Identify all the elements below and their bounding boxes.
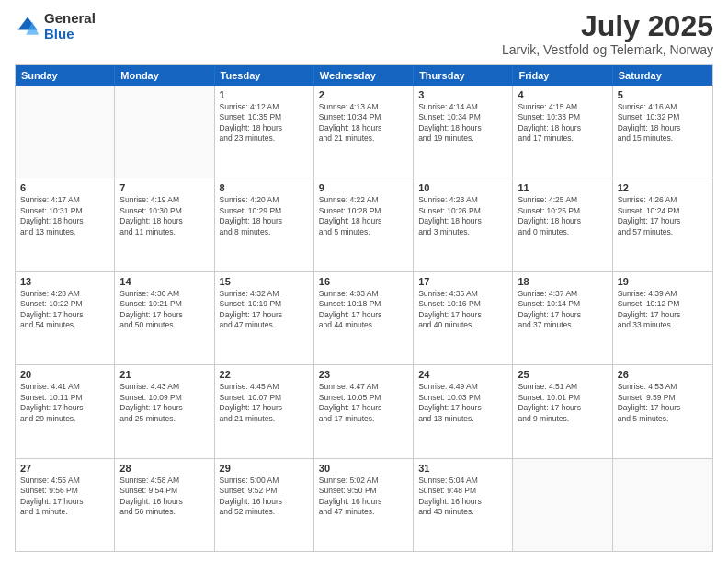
calendar-cell: 14Sunrise: 4:30 AM Sunset: 10:21 PM Dayl… — [115, 272, 214, 364]
day-number: 17 — [418, 276, 507, 287]
calendar: SundayMondayTuesdayWednesdayThursdayFrid… — [15, 64, 713, 552]
calendar-cell: 1Sunrise: 4:12 AM Sunset: 10:35 PM Dayli… — [215, 86, 314, 178]
day-number: 24 — [418, 369, 507, 380]
day-number: 8 — [220, 182, 309, 193]
calendar-cell: 5Sunrise: 4:16 AM Sunset: 10:32 PM Dayli… — [613, 86, 712, 178]
calendar-cell: 26Sunrise: 4:53 AM Sunset: 9:59 PM Dayli… — [613, 365, 712, 457]
day-info: Sunrise: 4:28 AM Sunset: 10:22 PM Daylig… — [20, 289, 109, 331]
calendar-cell: 29Sunrise: 5:00 AM Sunset: 9:52 PM Dayli… — [215, 459, 314, 551]
day-info: Sunrise: 4:30 AM Sunset: 10:21 PM Daylig… — [119, 289, 209, 331]
day-info: Sunrise: 4:16 AM Sunset: 10:32 PM Daylig… — [618, 102, 708, 144]
day-info: Sunrise: 4:32 AM Sunset: 10:19 PM Daylig… — [220, 289, 309, 331]
day-info: Sunrise: 5:02 AM Sunset: 9:50 PM Dayligh… — [319, 476, 408, 518]
calendar-cell: 13Sunrise: 4:28 AM Sunset: 10:22 PM Dayl… — [16, 272, 115, 364]
calendar-row-4: 27Sunrise: 4:55 AM Sunset: 9:56 PM Dayli… — [16, 458, 712, 551]
day-number: 11 — [518, 182, 607, 193]
day-number: 7 — [119, 182, 209, 193]
calendar-cell: 7Sunrise: 4:19 AM Sunset: 10:30 PM Dayli… — [115, 178, 214, 270]
day-number: 27 — [20, 463, 109, 474]
day-info: Sunrise: 4:51 AM Sunset: 10:01 PM Daylig… — [518, 382, 607, 424]
weekday-header-friday: Friday — [513, 65, 612, 86]
calendar-cell: 4Sunrise: 4:15 AM Sunset: 10:33 PM Dayli… — [513, 86, 612, 178]
calendar-row-2: 13Sunrise: 4:28 AM Sunset: 10:22 PM Dayl… — [16, 271, 712, 364]
day-info: Sunrise: 4:49 AM Sunset: 10:03 PM Daylig… — [418, 382, 507, 424]
day-number: 9 — [319, 182, 408, 193]
calendar-cell: 19Sunrise: 4:39 AM Sunset: 10:12 PM Dayl… — [613, 272, 712, 364]
day-number: 2 — [319, 89, 408, 100]
day-number: 23 — [319, 369, 408, 380]
day-number: 20 — [20, 369, 109, 380]
day-number: 19 — [618, 276, 708, 287]
day-info: Sunrise: 4:22 AM Sunset: 10:28 PM Daylig… — [319, 195, 408, 237]
day-number: 21 — [119, 369, 209, 380]
calendar-cell: 9Sunrise: 4:22 AM Sunset: 10:28 PM Dayli… — [314, 178, 414, 270]
weekday-header-tuesday: Tuesday — [215, 65, 314, 86]
title-block: July 2025 Larvik, Vestfold og Telemark, … — [502, 11, 713, 57]
day-number: 18 — [518, 276, 607, 287]
calendar-cell: 17Sunrise: 4:35 AM Sunset: 10:16 PM Dayl… — [414, 272, 513, 364]
day-info: Sunrise: 4:15 AM Sunset: 10:33 PM Daylig… — [518, 102, 607, 144]
day-number: 5 — [618, 89, 708, 100]
weekday-header-monday: Monday — [115, 65, 214, 86]
day-info: Sunrise: 4:14 AM Sunset: 10:34 PM Daylig… — [418, 102, 507, 144]
calendar-cell: 21Sunrise: 4:43 AM Sunset: 10:09 PM Dayl… — [115, 365, 214, 457]
day-info: Sunrise: 4:45 AM Sunset: 10:07 PM Daylig… — [220, 382, 309, 424]
calendar-cell: 23Sunrise: 4:47 AM Sunset: 10:05 PM Dayl… — [314, 365, 414, 457]
day-info: Sunrise: 4:19 AM Sunset: 10:30 PM Daylig… — [119, 195, 209, 237]
calendar-cell: 3Sunrise: 4:14 AM Sunset: 10:34 PM Dayli… — [414, 86, 513, 178]
day-info: Sunrise: 5:00 AM Sunset: 9:52 PM Dayligh… — [220, 476, 309, 518]
day-info: Sunrise: 4:39 AM Sunset: 10:12 PM Daylig… — [618, 289, 708, 331]
day-number: 12 — [618, 182, 708, 193]
day-number: 1 — [220, 89, 309, 100]
day-info: Sunrise: 4:43 AM Sunset: 10:09 PM Daylig… — [119, 382, 209, 424]
logo-text: General Blue — [44, 11, 96, 41]
day-info: Sunrise: 4:26 AM Sunset: 10:24 PM Daylig… — [618, 195, 708, 237]
weekday-header-thursday: Thursday — [414, 65, 513, 86]
calendar-cell: 28Sunrise: 4:58 AM Sunset: 9:54 PM Dayli… — [115, 459, 214, 551]
day-number: 6 — [20, 182, 109, 193]
calendar-cell: 20Sunrise: 4:41 AM Sunset: 10:11 PM Dayl… — [16, 365, 115, 457]
logo-icon — [15, 14, 40, 40]
day-number: 29 — [220, 463, 309, 474]
calendar-cell — [513, 459, 612, 551]
day-info: Sunrise: 4:33 AM Sunset: 10:18 PM Daylig… — [319, 289, 408, 331]
logo: General Blue — [15, 11, 96, 41]
day-info: Sunrise: 4:41 AM Sunset: 10:11 PM Daylig… — [20, 382, 109, 424]
title-month: July 2025 — [502, 11, 713, 40]
day-info: Sunrise: 4:37 AM Sunset: 10:14 PM Daylig… — [518, 289, 607, 331]
day-info: Sunrise: 4:13 AM Sunset: 10:34 PM Daylig… — [319, 102, 408, 144]
calendar-cell: 25Sunrise: 4:51 AM Sunset: 10:01 PM Dayl… — [513, 365, 612, 457]
weekday-header-saturday: Saturday — [613, 65, 712, 86]
calendar-cell: 2Sunrise: 4:13 AM Sunset: 10:34 PM Dayli… — [314, 86, 414, 178]
calendar-row-1: 6Sunrise: 4:17 AM Sunset: 10:31 PM Dayli… — [16, 178, 712, 270]
page: General Blue July 2025 Larvik, Vestfold … — [0, 0, 728, 563]
calendar-cell: 12Sunrise: 4:26 AM Sunset: 10:24 PM Dayl… — [613, 178, 712, 270]
calendar-cell: 10Sunrise: 4:23 AM Sunset: 10:26 PM Dayl… — [414, 178, 513, 270]
day-info: Sunrise: 4:17 AM Sunset: 10:31 PM Daylig… — [20, 195, 109, 237]
day-info: Sunrise: 4:23 AM Sunset: 10:26 PM Daylig… — [418, 195, 507, 237]
header: General Blue July 2025 Larvik, Vestfold … — [15, 11, 713, 57]
calendar-cell: 15Sunrise: 4:32 AM Sunset: 10:19 PM Dayl… — [215, 272, 314, 364]
calendar-cell: 11Sunrise: 4:25 AM Sunset: 10:25 PM Dayl… — [513, 178, 612, 270]
calendar-header: SundayMondayTuesdayWednesdayThursdayFrid… — [16, 65, 712, 86]
day-info: Sunrise: 4:55 AM Sunset: 9:56 PM Dayligh… — [20, 476, 109, 518]
day-info: Sunrise: 4:25 AM Sunset: 10:25 PM Daylig… — [518, 195, 607, 237]
day-number: 31 — [418, 463, 507, 474]
logo-blue: Blue — [44, 26, 74, 41]
calendar-cell: 8Sunrise: 4:20 AM Sunset: 10:29 PM Dayli… — [215, 178, 314, 270]
weekday-header-sunday: Sunday — [16, 65, 115, 86]
day-info: Sunrise: 4:47 AM Sunset: 10:05 PM Daylig… — [319, 382, 408, 424]
calendar-cell — [115, 86, 214, 178]
calendar-cell — [16, 86, 115, 178]
title-location: Larvik, Vestfold og Telemark, Norway — [502, 42, 713, 57]
day-info: Sunrise: 4:53 AM Sunset: 9:59 PM Dayligh… — [618, 382, 708, 424]
logo-general: General — [44, 10, 96, 26]
calendar-cell: 27Sunrise: 4:55 AM Sunset: 9:56 PM Dayli… — [16, 459, 115, 551]
day-number: 22 — [220, 369, 309, 380]
day-number: 13 — [20, 276, 109, 287]
day-info: Sunrise: 4:20 AM Sunset: 10:29 PM Daylig… — [220, 195, 309, 237]
day-number: 28 — [119, 463, 209, 474]
calendar-cell: 31Sunrise: 5:04 AM Sunset: 9:48 PM Dayli… — [414, 459, 513, 551]
calendar-cell — [613, 459, 712, 551]
day-number: 16 — [319, 276, 408, 287]
